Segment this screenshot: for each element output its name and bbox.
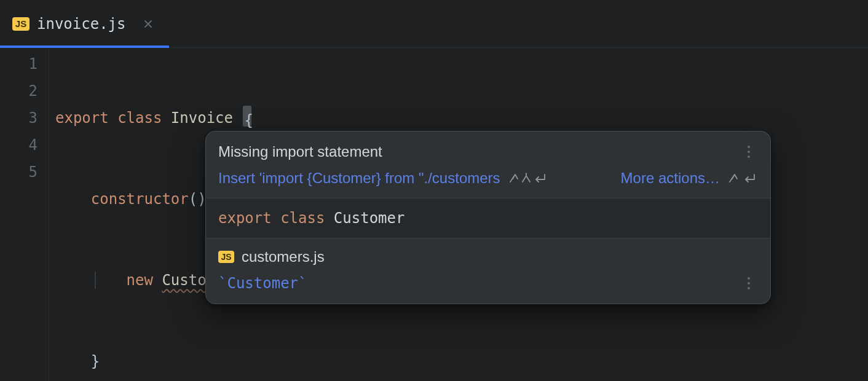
more-options-icon[interactable] [740, 143, 758, 161]
intention-popup: Missing import statement Insert 'import … [205, 131, 771, 304]
popup-source-file[interactable]: JS customers.js [206, 238, 770, 269]
js-file-icon: JS [12, 17, 30, 31]
insert-import-action[interactable]: Insert 'import {Customer} from "./custom… [218, 170, 500, 187]
tab-label: invoice.js [37, 15, 126, 33]
line-number: 5 [0, 159, 37, 186]
shortcut-alt-shift-enter-icon [509, 171, 548, 185]
svg-point-0 [748, 146, 750, 148]
popup-code-preview: export class Customer [206, 198, 770, 238]
svg-point-1 [748, 151, 750, 153]
svg-point-5 [748, 287, 750, 289]
js-file-icon: JS [218, 251, 234, 263]
close-tab-icon[interactable] [140, 15, 157, 33]
code-line: export class Invoice { [55, 104, 868, 132]
tab-bar: JS invoice.js [0, 0, 868, 48]
popup-title: Missing import statement [218, 143, 382, 160]
text-cursor: { [243, 106, 251, 127]
more-options-icon[interactable] [740, 274, 758, 293]
line-number: 2 [0, 77, 37, 104]
line-number: 4 [0, 132, 37, 159]
svg-point-2 [748, 155, 750, 158]
popup-symbol-reference[interactable]: `Customer` [218, 275, 307, 292]
line-number: 3 [0, 104, 37, 132]
line-number-gutter: 1 2 3 4 5 [0, 48, 49, 381]
line-number: 1 [0, 50, 37, 77]
popup-header: Missing import statement Insert 'import … [206, 132, 770, 198]
tab-invoice-js[interactable]: JS invoice.js [0, 0, 169, 47]
more-actions-link[interactable]: More actions… [621, 170, 720, 187]
shortcut-alt-enter-icon [728, 171, 758, 185]
code-line: } [55, 348, 868, 375]
svg-point-3 [748, 277, 750, 280]
svg-point-4 [748, 282, 750, 285]
popup-source-filename: customers.js [242, 248, 325, 265]
